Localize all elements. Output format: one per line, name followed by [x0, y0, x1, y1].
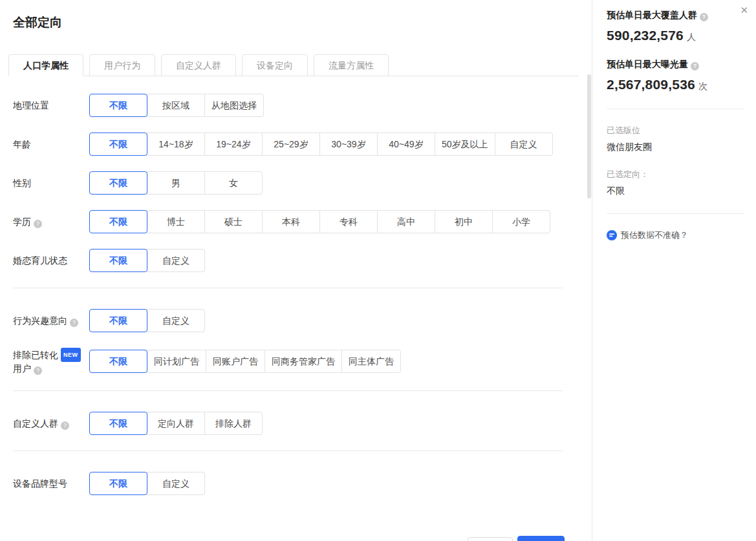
panel-divider — [607, 109, 744, 109]
option-button[interactable]: 19~24岁 — [204, 133, 263, 156]
option-button[interactable]: 不限 — [89, 210, 147, 233]
option-button[interactable]: 小学 — [492, 210, 550, 233]
option-button[interactable]: 高中 — [377, 210, 435, 233]
option-button[interactable]: 本科 — [262, 210, 320, 233]
targeting-row: 性别不限男女 — [13, 171, 579, 195]
option-button[interactable]: 不限 — [89, 133, 147, 156]
option-button[interactable]: 专科 — [319, 210, 378, 233]
row-label-text: 学历 — [13, 217, 31, 227]
row-label: 行为兴趣意向? — [13, 314, 89, 327]
option-button[interactable]: 按区域 — [147, 94, 205, 117]
option-button[interactable]: 硕士 — [204, 210, 263, 233]
chat-bubble-icon — [607, 230, 617, 240]
option-button[interactable]: 自定义 — [147, 309, 205, 332]
selected-targeting-value: 不限 — [607, 186, 744, 197]
option-button[interactable]: 同商务管家广告 — [265, 350, 342, 373]
option-button[interactable]: 40~49岁 — [377, 133, 435, 156]
close-icon[interactable]: ✕ — [740, 5, 748, 15]
targeting-editor: 全部定向 人口学属性用户行为自定义人群设备定向流量方属性 地理位置不限按区域从地… — [0, 0, 592, 541]
option-group: 不限定向人群排除人群 — [89, 412, 263, 435]
targeting-row: 排除已转化NEW用户?不限同计划广告同账户广告同商务管家广告同主体广告 — [13, 348, 579, 375]
feedback-link[interactable]: 预估数据不准确？ — [607, 229, 744, 241]
tab-2[interactable]: 自定义人群 — [161, 54, 236, 76]
help-icon[interactable]: ? — [61, 421, 69, 430]
tab-1[interactable]: 用户行为 — [89, 54, 155, 76]
row-label-text: 性别 — [13, 178, 31, 188]
footer-primary-button[interactable] — [517, 536, 565, 541]
option-group: 不限14~18岁19~24岁25~29岁30~39岁40~49岁50岁及以上自定… — [89, 133, 553, 156]
targeting-row: 自定义人群?不限定向人群排除人群 — [13, 412, 579, 435]
targeting-row: 婚恋育儿状态不限自定义 — [13, 249, 579, 272]
coverage-metric-value: 590,232,576人 — [607, 28, 744, 43]
targeting-row: 地理位置不限按区域从地图选择 — [13, 94, 579, 117]
option-button[interactable]: 男 — [147, 171, 205, 195]
selected-placement-label: 已选版位 — [607, 125, 744, 136]
option-button[interactable]: 博士 — [147, 210, 205, 233]
row-label-text: 年龄 — [13, 139, 31, 149]
option-group: 不限自定义 — [89, 472, 205, 495]
coverage-metric-label-text: 预估单日最大覆盖人群 — [607, 10, 697, 20]
option-button[interactable]: 同账户广告 — [206, 350, 265, 373]
help-icon[interactable]: ? — [700, 13, 708, 21]
section-divider — [13, 390, 563, 391]
row-label: 排除已转化NEW用户? — [13, 348, 89, 375]
option-button[interactable]: 14~18岁 — [147, 133, 205, 156]
row-label: 自定义人群? — [13, 417, 89, 430]
option-button[interactable]: 同计划广告 — [147, 350, 206, 373]
targeting-row: 学历?不限博士硕士本科专科高中初中小学 — [13, 210, 579, 233]
footer-secondary-button[interactable] — [468, 537, 513, 541]
row-label-text: 婚恋育儿状态 — [13, 255, 67, 266]
option-button[interactable]: 50岁及以上 — [435, 133, 495, 156]
row-label: 地理位置 — [13, 99, 89, 112]
exposure-metric: 预估单日最大曝光量? 2,567,809,536次 — [607, 59, 744, 92]
help-icon[interactable]: ? — [691, 62, 699, 70]
page-title: 全部定向 — [13, 14, 579, 31]
option-button[interactable]: 从地图选择 — [204, 94, 264, 117]
option-group: 不限自定义 — [89, 309, 205, 332]
estimate-panel: ✕ 预估单日最大覆盖人群? 590,232,576人 预估单日最大曝光量? 2,… — [592, 0, 756, 541]
option-button[interactable]: 初中 — [435, 210, 493, 233]
row-label: 年龄 — [13, 138, 89, 151]
option-button[interactable]: 不限 — [89, 350, 147, 373]
option-button[interactable]: 定向人群 — [147, 412, 205, 435]
row-label: 学历? — [13, 215, 89, 228]
row-label-text: 行为兴趣意向 — [13, 315, 67, 326]
section-divider — [13, 451, 563, 451]
targeting-row: 行为兴趣意向?不限自定义 — [13, 309, 579, 332]
exposure-unit: 次 — [698, 81, 707, 91]
option-button[interactable]: 同主体广告 — [341, 350, 401, 373]
help-icon[interactable]: ? — [70, 319, 78, 327]
option-button[interactable]: 25~29岁 — [262, 133, 320, 156]
exposure-number: 2,567,809,536 — [607, 77, 695, 92]
option-button[interactable]: 不限 — [89, 309, 147, 332]
help-icon[interactable]: ? — [34, 220, 42, 228]
vertical-scrollbar-thumb[interactable] — [587, 74, 591, 198]
tab-3[interactable]: 设备定向 — [242, 54, 308, 76]
exposure-metric-label-text: 预估单日最大曝光量 — [607, 59, 688, 69]
option-button[interactable]: 女 — [204, 171, 263, 195]
coverage-metric-label: 预估单日最大覆盖人群? — [607, 10, 744, 21]
tab-bar: 人口学属性用户行为自定义人群设备定向流量方属性 — [8, 54, 579, 76]
option-button[interactable]: 不限 — [89, 171, 147, 195]
option-button[interactable]: 自定义 — [495, 133, 553, 156]
selected-placement-value: 微信朋友圈 — [607, 142, 744, 153]
tab-0[interactable]: 人口学属性 — [8, 54, 83, 76]
new-badge: NEW — [61, 348, 81, 362]
option-group: 不限按区域从地图选择 — [89, 94, 264, 117]
coverage-number: 590,232,576 — [607, 28, 684, 43]
help-icon[interactable]: ? — [34, 366, 42, 375]
option-button[interactable]: 不限 — [89, 472, 147, 495]
option-button[interactable]: 不限 — [89, 412, 147, 435]
option-button[interactable]: 30~39岁 — [319, 133, 378, 156]
section-divider — [13, 288, 563, 288]
option-group: 不限男女 — [89, 171, 263, 195]
option-button[interactable]: 不限 — [89, 249, 147, 272]
targeting-row: 设备品牌型号不限自定义 — [13, 472, 579, 495]
option-button[interactable]: 自定义 — [147, 472, 205, 495]
row-label-text: 用户 — [13, 363, 31, 374]
option-button[interactable]: 排除人群 — [204, 412, 263, 435]
option-button[interactable]: 不限 — [89, 94, 147, 117]
row-label-text: 地理位置 — [13, 100, 49, 111]
tab-4[interactable]: 流量方属性 — [314, 54, 389, 76]
option-button[interactable]: 自定义 — [147, 249, 205, 272]
